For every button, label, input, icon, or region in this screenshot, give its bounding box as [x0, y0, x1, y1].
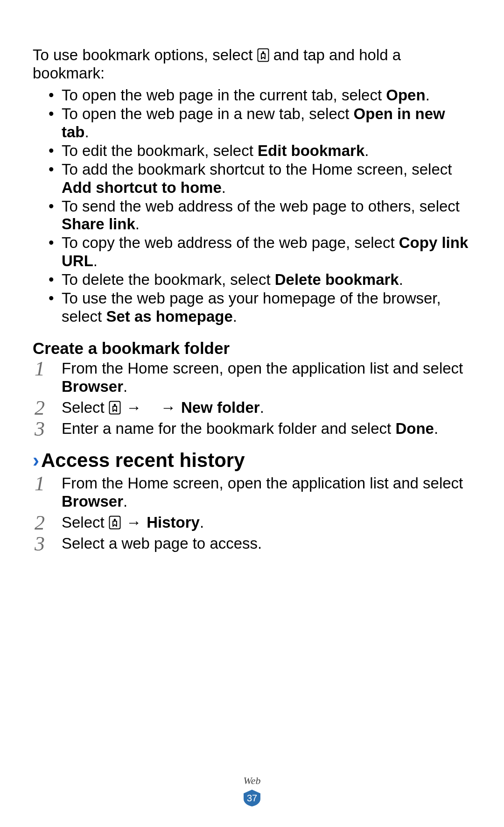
- svg-rect-0: [258, 49, 268, 62]
- list-item: To delete the bookmark, select Delete bo…: [49, 271, 471, 289]
- svg-rect-2: [109, 401, 120, 414]
- svg-point-3: [114, 404, 116, 406]
- create-folder-steps: From the Home screen, open the applicati…: [33, 360, 471, 438]
- history-steps: From the Home screen, open the applicati…: [33, 474, 471, 553]
- step-item: Select a web page to access.: [33, 535, 471, 553]
- bookmark-options-list: To open the web page in the current tab,…: [33, 86, 471, 326]
- arrow-icon: →: [161, 399, 176, 417]
- footer-section-label: Web: [0, 775, 504, 787]
- step-item: Enter a name for the bookmark folder and…: [33, 420, 471, 438]
- step-item: Select → History.: [33, 514, 471, 532]
- history-heading: ›Access recent history: [33, 449, 471, 472]
- svg-point-1: [262, 51, 264, 54]
- arrow-icon: →: [126, 399, 141, 417]
- list-item: To use the web page as your homepage of …: [49, 290, 471, 326]
- step-item: From the Home screen, open the applicati…: [33, 360, 471, 396]
- step-item: Select → → New folder.: [33, 399, 471, 417]
- bookmark-icon: [109, 401, 121, 415]
- chevron-right-icon: ›: [33, 449, 39, 471]
- bookmark-icon: [109, 516, 121, 530]
- page-number: 37: [247, 793, 257, 803]
- document-page: To use bookmark options, select and tap …: [0, 0, 504, 827]
- list-item: To add the bookmark shortcut to the Home…: [49, 161, 471, 197]
- svg-point-5: [114, 518, 116, 521]
- step-item: From the Home screen, open the applicati…: [33, 474, 471, 511]
- bookmark-icon: [257, 48, 269, 62]
- create-folder-heading: Create a bookmark folder: [33, 339, 471, 358]
- list-item: To send the web address of the web page …: [49, 198, 471, 234]
- list-item: To edit the bookmark, select Edit bookma…: [49, 142, 471, 160]
- svg-rect-4: [109, 516, 120, 529]
- page-footer: Web 37: [0, 775, 504, 807]
- list-item: To open the web page in a new tab, selec…: [49, 105, 471, 141]
- arrow-icon: →: [126, 514, 141, 532]
- page-number-badge: 37: [242, 789, 262, 807]
- intro-pre: To use bookmark options, select: [33, 46, 257, 64]
- intro-paragraph: To use bookmark options, select and tap …: [33, 46, 471, 83]
- list-item: To copy the web address of the web page,…: [49, 234, 471, 270]
- list-item: To open the web page in the current tab,…: [49, 86, 471, 105]
